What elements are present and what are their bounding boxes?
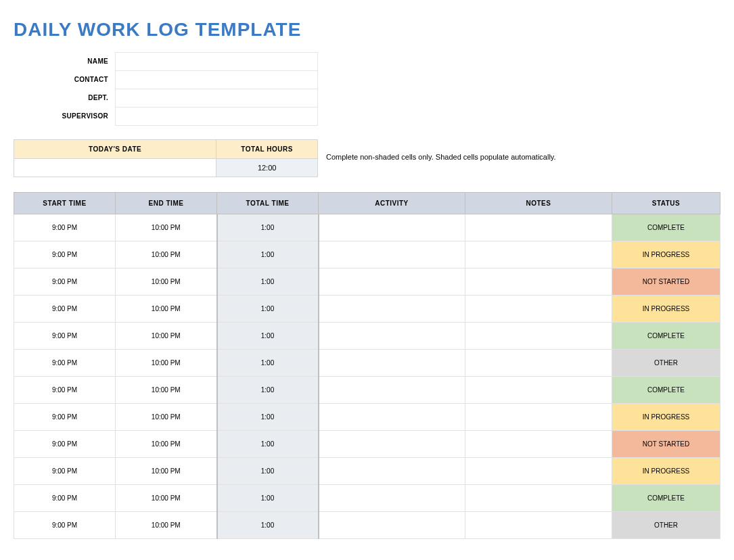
notes-cell[interactable] <box>465 377 612 404</box>
today-date-header: TODAY'S DATE <box>14 140 216 159</box>
start-time-cell[interactable]: 9:00 PM <box>14 350 116 377</box>
log-table: START TIME END TIME TOTAL TIME ACTIVITY … <box>14 192 720 539</box>
start-time-cell[interactable]: 9:00 PM <box>14 512 116 539</box>
table-row: 9:00 PM10:00 PM1:00OTHER <box>14 350 720 377</box>
start-time-cell[interactable]: 9:00 PM <box>14 241 116 269</box>
status-cell[interactable]: IN PROGRESS <box>612 241 720 269</box>
total-time-cell: 1:00 <box>217 269 319 296</box>
total-time-cell: 1:00 <box>217 458 319 485</box>
table-row: 9:00 PM10:00 PM1:00COMPLETE <box>14 323 720 350</box>
activity-cell[interactable] <box>319 296 465 323</box>
notes-cell[interactable] <box>465 404 612 431</box>
activity-cell[interactable] <box>319 241 465 269</box>
start-time-cell[interactable]: 9:00 PM <box>14 377 116 404</box>
table-row: 9:00 PM10:00 PM1:00IN PROGRESS <box>14 458 720 485</box>
status-cell[interactable]: COMPLETE <box>612 485 720 512</box>
contact-label: CONTACT <box>14 71 115 89</box>
notes-cell[interactable] <box>465 241 612 269</box>
start-time-cell[interactable]: 9:00 PM <box>14 214 116 241</box>
status-cell[interactable]: OTHER <box>612 350 720 377</box>
end-time-cell[interactable]: 10:00 PM <box>116 323 217 350</box>
start-time-cell[interactable]: 9:00 PM <box>14 458 116 485</box>
name-input[interactable] <box>115 52 318 71</box>
end-time-cell[interactable]: 10:00 PM <box>116 241 217 269</box>
table-row: 9:00 PM10:00 PM1:00IN PROGRESS <box>14 296 720 323</box>
notes-cell[interactable] <box>465 269 612 296</box>
status-cell[interactable]: NOT STARTED <box>612 431 720 458</box>
notes-cell[interactable] <box>465 485 612 512</box>
col-notes: NOTES <box>465 193 612 214</box>
contact-input[interactable] <box>115 70 318 89</box>
activity-cell[interactable] <box>319 404 465 431</box>
status-cell[interactable]: NOT STARTED <box>612 269 720 296</box>
end-time-cell[interactable]: 10:00 PM <box>116 458 217 485</box>
end-time-cell[interactable]: 10:00 PM <box>116 377 217 404</box>
total-time-cell: 1:00 <box>217 377 319 404</box>
start-time-cell[interactable]: 9:00 PM <box>14 323 116 350</box>
start-time-cell[interactable]: 9:00 PM <box>14 431 116 458</box>
activity-cell[interactable] <box>319 350 465 377</box>
activity-cell[interactable] <box>319 269 465 296</box>
total-hours-header: TOTAL HOURS <box>216 140 318 159</box>
notes-cell[interactable] <box>465 323 612 350</box>
total-time-cell: 1:00 <box>217 404 319 431</box>
table-row: 9:00 PM10:00 PM1:00IN PROGRESS <box>14 241 720 269</box>
end-time-cell[interactable]: 10:00 PM <box>116 350 217 377</box>
today-date-input[interactable] <box>14 159 216 177</box>
activity-cell[interactable] <box>319 431 465 458</box>
table-row: 9:00 PM10:00 PM1:00OTHER <box>14 512 720 539</box>
page-title: DAILY WORK LOG TEMPLATE <box>14 19 720 41</box>
notes-cell[interactable] <box>465 458 612 485</box>
activity-cell[interactable] <box>319 214 465 241</box>
table-row: 9:00 PM10:00 PM1:00NOT STARTED <box>14 431 720 458</box>
dept-label: DEPT. <box>14 89 115 108</box>
table-row: 9:00 PM10:00 PM1:00IN PROGRESS <box>14 404 720 431</box>
info-block: NAME CONTACT DEPT. SUPERVISOR <box>14 53 720 126</box>
end-time-cell[interactable]: 10:00 PM <box>116 485 217 512</box>
col-end-time: END TIME <box>116 193 217 214</box>
total-time-cell: 1:00 <box>217 214 319 241</box>
total-time-cell: 1:00 <box>217 350 319 377</box>
activity-cell[interactable] <box>319 377 465 404</box>
helper-text: Complete non-shaded cells only. Shaded c… <box>326 139 556 161</box>
status-cell[interactable]: IN PROGRESS <box>612 404 720 431</box>
col-start-time: START TIME <box>14 193 116 214</box>
total-hours-value: 12:00 <box>216 159 318 177</box>
status-cell[interactable]: OTHER <box>612 512 720 539</box>
status-cell[interactable]: IN PROGRESS <box>612 458 720 485</box>
start-time-cell[interactable]: 9:00 PM <box>14 404 116 431</box>
start-time-cell[interactable]: 9:00 PM <box>14 296 116 323</box>
start-time-cell[interactable]: 9:00 PM <box>14 269 116 296</box>
total-time-cell: 1:00 <box>217 241 319 269</box>
total-time-cell: 1:00 <box>217 485 319 512</box>
notes-cell[interactable] <box>465 431 612 458</box>
table-row: 9:00 PM10:00 PM1:00COMPLETE <box>14 485 720 512</box>
notes-cell[interactable] <box>465 350 612 377</box>
total-time-cell: 1:00 <box>217 512 319 539</box>
notes-cell[interactable] <box>465 512 612 539</box>
start-time-cell[interactable]: 9:00 PM <box>14 485 116 512</box>
activity-cell[interactable] <box>319 323 465 350</box>
activity-cell[interactable] <box>319 458 465 485</box>
notes-cell[interactable] <box>465 214 612 241</box>
supervisor-label: SUPERVISOR <box>14 108 115 126</box>
table-row: 9:00 PM10:00 PM1:00COMPLETE <box>14 377 720 404</box>
col-total-time: TOTAL TIME <box>217 193 319 214</box>
notes-cell[interactable] <box>465 296 612 323</box>
name-label: NAME <box>14 53 115 71</box>
end-time-cell[interactable]: 10:00 PM <box>116 269 217 296</box>
supervisor-input[interactable] <box>115 107 318 126</box>
end-time-cell[interactable]: 10:00 PM <box>116 512 217 539</box>
status-cell[interactable]: COMPLETE <box>612 214 720 241</box>
table-row: 9:00 PM10:00 PM1:00NOT STARTED <box>14 269 720 296</box>
status-cell[interactable]: COMPLETE <box>612 323 720 350</box>
end-time-cell[interactable]: 10:00 PM <box>116 404 217 431</box>
activity-cell[interactable] <box>319 485 465 512</box>
status-cell[interactable]: IN PROGRESS <box>612 296 720 323</box>
end-time-cell[interactable]: 10:00 PM <box>116 431 217 458</box>
activity-cell[interactable] <box>319 512 465 539</box>
end-time-cell[interactable]: 10:00 PM <box>116 214 217 241</box>
dept-input[interactable] <box>115 89 318 108</box>
end-time-cell[interactable]: 10:00 PM <box>116 296 217 323</box>
status-cell[interactable]: COMPLETE <box>612 377 720 404</box>
